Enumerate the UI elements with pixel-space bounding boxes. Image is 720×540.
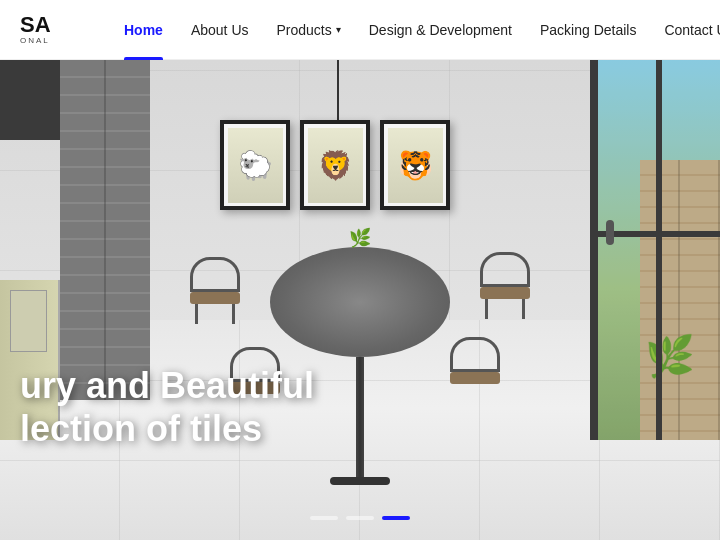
- slider-dot-2[interactable]: [346, 516, 374, 520]
- brick-wall: [60, 60, 150, 400]
- table-leg: [356, 357, 364, 477]
- hero-title-line2: lection of tiles: [20, 407, 314, 450]
- glass-frame-horizontal: [598, 231, 720, 237]
- chair-back-left: [190, 257, 240, 324]
- room-scene: 🐑 🦁 🐯 🌿: [0, 60, 720, 540]
- logo-text: SA: [20, 14, 80, 36]
- slider-dots: [310, 516, 410, 520]
- nav-label-products: Products: [277, 22, 332, 38]
- shelf-dark: [0, 60, 60, 140]
- logo-sub: ONAL: [20, 36, 80, 45]
- nav-item-home[interactable]: Home: [110, 0, 177, 60]
- hero-text: ury and Beautiful lection of tiles: [0, 354, 334, 460]
- table-plant: 🌿: [349, 227, 371, 249]
- table-base: [330, 477, 390, 485]
- header: SA ONAL Home About Us Products ▾ Design …: [0, 0, 720, 60]
- art-frame-1: 🐑: [220, 120, 290, 210]
- hero-title-line1: ury and Beautiful: [20, 364, 314, 407]
- door-handle: [606, 220, 614, 245]
- nav-label-packing: Packing Details: [540, 22, 637, 38]
- main-nav: Home About Us Products ▾ Design & Develo…: [110, 0, 720, 60]
- nav-label-design: Design & Development: [369, 22, 512, 38]
- art-content-2: 🦁: [308, 128, 363, 203]
- nav-label-about: About Us: [191, 22, 249, 38]
- nav-label-home: Home: [124, 22, 163, 38]
- art-frame-2: 🦁: [300, 120, 370, 210]
- dining-table-top: 🌿: [270, 247, 450, 357]
- hero-section: 🐑 🦁 🐯 🌿: [0, 60, 720, 540]
- art-frame-3: 🐯: [380, 120, 450, 210]
- glass-door: [590, 60, 720, 440]
- art-content-3: 🐯: [388, 128, 443, 203]
- nav-item-packing[interactable]: Packing Details: [526, 0, 651, 60]
- nav-label-contact: Contact Us: [664, 22, 720, 38]
- slider-dot-1[interactable]: [310, 516, 338, 520]
- logo-area: SA ONAL: [20, 14, 80, 45]
- nav-item-about[interactable]: About Us: [177, 0, 263, 60]
- slider-dot-3[interactable]: [382, 516, 410, 520]
- nav-item-design[interactable]: Design & Development: [355, 0, 526, 60]
- chevron-down-icon: ▾: [336, 24, 341, 35]
- glass-frame-vertical: [656, 60, 662, 440]
- chair-right-2: [450, 337, 500, 384]
- chair-right-1: [480, 252, 530, 319]
- art-frames: 🐑 🦁 🐯: [220, 120, 450, 210]
- nav-item-products[interactable]: Products ▾: [263, 0, 355, 60]
- nav-item-contact[interactable]: Contact Us: [650, 0, 720, 60]
- art-content-1: 🐑: [228, 128, 283, 203]
